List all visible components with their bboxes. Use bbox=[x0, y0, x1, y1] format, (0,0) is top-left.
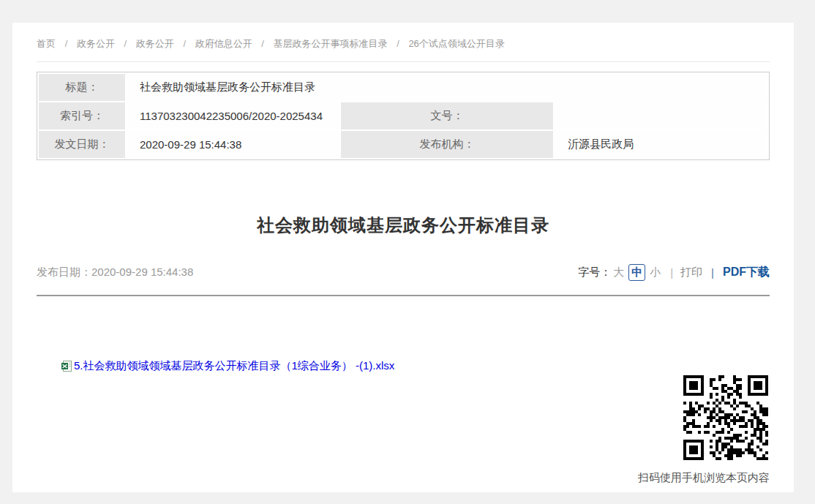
font-size-large-button[interactable]: 大 bbox=[613, 266, 624, 279]
breadcrumb-separator: / bbox=[261, 38, 264, 49]
article-meta-row: 发布日期：2020-09-29 15:44:38 字号： 大 中 小 | 打印 … bbox=[37, 264, 770, 281]
qr-block: 扫码使用手机浏览本页内容 bbox=[37, 375, 770, 485]
meta-label-title: 标题： bbox=[39, 74, 125, 101]
breadcrumb-separator: / bbox=[183, 38, 186, 49]
font-size-label: 字号： bbox=[578, 266, 611, 279]
document-meta-table: 标题： 社会救助领域基层政务公开标准目录 索引号： 11370323004223… bbox=[37, 72, 770, 160]
breadcrumb-item-standard-catalog[interactable]: 基层政务公开事项标准目录 bbox=[274, 38, 388, 49]
table-row: 标题： 社会救助领域基层政务公开标准目录 bbox=[39, 74, 767, 101]
qr-caption: 扫码使用手机浏览本页内容 bbox=[638, 471, 770, 485]
font-size-small-button[interactable]: 小 bbox=[650, 266, 661, 279]
meta-value-index-no: 113703230042235006/2020-2025434 bbox=[127, 102, 339, 129]
breadcrumb-divider bbox=[37, 61, 770, 62]
breadcrumb-separator: / bbox=[124, 38, 127, 49]
meta-label-publisher: 发布机构： bbox=[341, 131, 554, 158]
meta-label-index-no: 索引号： bbox=[39, 102, 125, 129]
excel-file-icon bbox=[61, 361, 72, 372]
breadcrumb-item-zwgk-1[interactable]: 政务公开 bbox=[77, 38, 115, 49]
breadcrumb-item-gov-info[interactable]: 政府信息公开 bbox=[195, 38, 252, 49]
table-row: 发文日期： 2020-09-29 15:44:38 发布机构： 沂源县民政局 bbox=[39, 131, 767, 158]
print-button[interactable]: 打印 bbox=[680, 266, 702, 279]
table-row: 索引号： 113703230042235006/2020-2025434 文号： bbox=[39, 102, 767, 129]
breadcrumb-item-pilot-catalog[interactable]: 26个试点领域公开目录 bbox=[408, 38, 504, 49]
breadcrumb-item-home[interactable]: 首页 bbox=[37, 38, 56, 49]
content-panel: 首页 / 政务公开 / 政务公开 / 政府信息公开 / 基层政务公开事项标准目录… bbox=[12, 23, 794, 492]
meta-value-issue-date: 2020-09-29 15:44:38 bbox=[127, 131, 339, 158]
breadcrumb-item-zwgk-2[interactable]: 政务公开 bbox=[136, 38, 174, 49]
breadcrumb-separator: / bbox=[397, 38, 399, 49]
publish-date: 发布日期：2020-09-29 15:44:38 bbox=[37, 266, 193, 279]
meta-label-doc-no: 文号： bbox=[341, 102, 554, 129]
content-divider bbox=[37, 295, 770, 296]
toolbar: 字号： 大 中 小 | 打印 | PDF下载 bbox=[578, 264, 770, 281]
meta-value-publisher: 沂源县民政局 bbox=[555, 131, 767, 158]
pdf-download-button[interactable]: PDF下载 bbox=[723, 265, 770, 280]
qr-code bbox=[683, 375, 769, 461]
page-title: 社会救助领域基层政务公开标准目录 bbox=[37, 214, 770, 237]
toolbar-separator: | bbox=[670, 266, 673, 279]
toolbar-separator: | bbox=[711, 266, 714, 279]
meta-value-doc-no bbox=[555, 102, 767, 129]
breadcrumb-separator: / bbox=[65, 38, 68, 49]
meta-label-issue-date: 发文日期： bbox=[39, 131, 125, 158]
font-size-medium-button[interactable]: 中 bbox=[628, 264, 645, 281]
attachment-link[interactable]: 5.社会救助领域领域基层政务公开标准目录（1综合业务） -(1).xlsx bbox=[74, 359, 394, 373]
attachment-row: 5.社会救助领域领域基层政务公开标准目录（1综合业务） -(1).xlsx bbox=[61, 359, 770, 373]
meta-value-title: 社会救助领域基层政务公开标准目录 bbox=[127, 74, 767, 101]
publish-date-value: 2020-09-29 15:44:38 bbox=[91, 266, 193, 278]
breadcrumb: 首页 / 政务公开 / 政务公开 / 政府信息公开 / 基层政务公开事项标准目录… bbox=[37, 23, 770, 51]
publish-date-label: 发布日期： bbox=[37, 266, 91, 278]
